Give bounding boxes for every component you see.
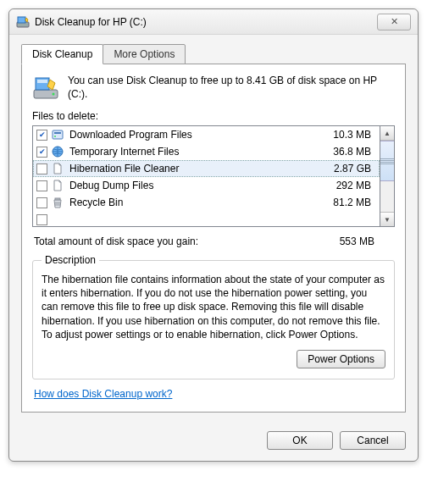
total-label: Total amount of disk space you gain: [34,235,198,247]
tab-strip: Disk Cleanup More Options [21,44,406,64]
file-list[interactable]: Downloaded Program Files10.3 MBTemporary… [32,125,380,227]
checkbox[interactable] [36,197,47,208]
help-link[interactable]: How does Disk Cleanup work? [34,388,172,400]
file-name: Temporary Internet Files [69,146,324,158]
content-area: Disk Cleanup More Options You can use Di… [9,35,418,423]
svg-rect-5 [37,80,47,83]
tab-more-options[interactable]: More Options [103,44,186,64]
checkbox[interactable] [36,180,47,191]
file-row[interactable]: Debug Dump Files292 MB [33,177,380,194]
tab-disk-cleanup[interactable]: Disk Cleanup [21,44,103,64]
file-size: 36.8 MB [324,146,374,158]
file-list-container: Downloaded Program Files10.3 MBTemporary… [32,125,395,227]
files-to-delete-label: Files to delete: [32,110,395,122]
file-icon [51,162,64,175]
file-name: Hibernation File Cleaner [69,163,324,174]
dialog-window: Disk Cleanup for HP (C:) ✕ Disk Cleanup … [8,8,419,462]
file-name: Recycle Bin [69,197,324,208]
tab-panel-disk-cleanup: You can use Disk Cleanup to free up to 8… [21,64,406,413]
intro-text: You can use Disk Cleanup to free up to 8… [68,75,395,102]
recycle-icon [51,196,64,209]
checkbox[interactable] [36,163,47,174]
file-icon [51,179,64,192]
intro-section: You can use Disk Cleanup to free up to 8… [32,75,395,102]
program-icon [51,128,64,141]
checkbox[interactable] [36,147,47,158]
file-row[interactable]: Temporary Internet Files36.8 MB [33,143,380,160]
file-row[interactable]: Downloaded Program Files10.3 MB [33,126,380,143]
scroll-up-button[interactable]: ▲ [380,126,394,141]
checkbox[interactable] [36,214,47,225]
svg-point-3 [53,93,55,96]
internet-icon [51,145,64,158]
title-bar: Disk Cleanup for HP (C:) ✕ [9,9,418,35]
file-name: Debug Dump Files [69,180,324,191]
file-size: 2.87 GB [324,163,374,174]
file-name: Downloaded Program Files [69,129,324,141]
file-size: 81.2 MB [324,197,374,208]
cancel-button[interactable]: Cancel [340,431,406,450]
close-button[interactable]: ✕ [377,14,411,30]
window-title: Disk Cleanup for HP (C:) [35,16,377,28]
checkbox[interactable] [36,130,47,141]
file-row[interactable] [33,211,380,227]
disk-cleanup-icon [16,15,30,29]
total-row: Total amount of disk space you gain: 553… [34,235,393,247]
close-icon: ✕ [391,16,398,27]
svg-rect-1 [18,17,25,23]
dialog-button-row: OK Cancel [9,423,418,460]
total-value: 553 MB [340,235,393,247]
scroll-thumb[interactable] [380,141,394,181]
description-legend: Description [42,254,99,266]
svg-rect-7 [54,132,61,134]
drive-cleanup-icon [32,75,59,102]
description-text: The hibernation file contains informatio… [42,273,385,341]
svg-rect-6 [53,130,63,139]
description-group: Description The hibernation file contain… [32,254,395,379]
power-options-button[interactable]: Power Options [297,350,385,368]
file-row[interactable]: Recycle Bin81.2 MB [33,194,380,211]
ok-button[interactable]: OK [267,431,333,450]
file-size: 292 MB [324,180,374,191]
svg-rect-10 [55,198,60,200]
svg-point-8 [54,136,56,137]
scroll-down-button[interactable]: ▼ [380,212,394,226]
file-row[interactable]: Hibernation File Cleaner2.87 GB [33,160,380,177]
file-size: 10.3 MB [324,129,374,141]
scrollbar[interactable]: ▲ ▼ [380,125,395,227]
